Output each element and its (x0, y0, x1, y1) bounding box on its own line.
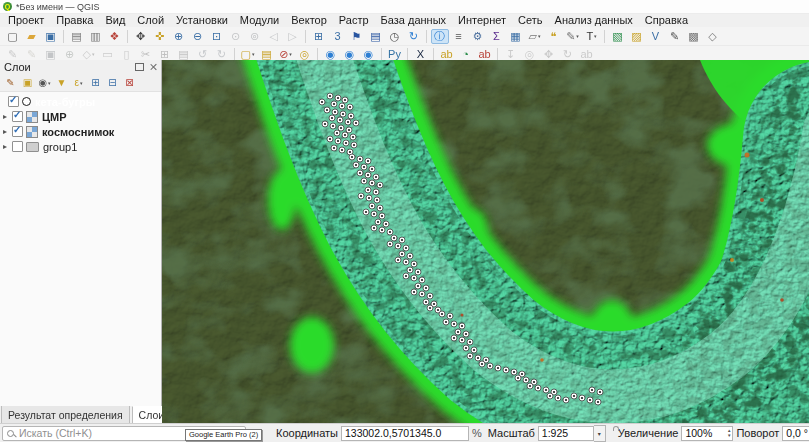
new-3d-map-view-icon: 3 (334, 29, 340, 44)
new-spatialite-layer-button[interactable]: ✎ (666, 29, 684, 44)
style-manager-button[interactable]: ❖ (106, 29, 124, 44)
new-spatial-bookmark-button[interactable]: ⚑ (348, 29, 366, 44)
menu-view[interactable]: Вид (99, 14, 131, 27)
sum-features-button[interactable]: Σ (488, 29, 506, 44)
add-group-icon: ▣ (23, 75, 32, 90)
rotation-input[interactable] (782, 426, 809, 441)
layer-keta-bugry-label: кета-бугры (35, 96, 95, 108)
temporal-controller-icon: ◷ (390, 29, 400, 44)
layer-cmr-expander[interactable]: ▸ (3, 109, 12, 124)
add-group-button[interactable]: ▣ (20, 76, 36, 90)
menu-layer[interactable]: Слой (131, 14, 170, 27)
filter-legend-button[interactable]: ▼ (54, 76, 70, 90)
menu-plugins[interactable]: Модули (234, 14, 285, 27)
save-project-button[interactable]: ▣ (42, 29, 60, 44)
vertex-tool-button-dropdown[interactable]: ▾ (92, 51, 95, 57)
measure-button[interactable]: ▱▾ (526, 29, 544, 44)
scale-dropdown-icon[interactable]: ▾ (594, 425, 606, 442)
map-tips-button[interactable]: ❝ (545, 29, 563, 44)
tab-identify-results[interactable]: Результат определения (1, 406, 130, 424)
layer-keta-bugry[interactable]: кета-бугры (0, 94, 161, 109)
text-annotation-button[interactable]: T▾ (583, 29, 601, 44)
menu-vector[interactable]: Вектор (285, 14, 333, 27)
new-print-layout-button[interactable]: ▤ (68, 29, 86, 44)
new-virtual-layer-icon: V (652, 29, 659, 44)
scale-combo[interactable]: ▾ (538, 425, 606, 442)
show-layout-manager-icon: ▥ (90, 29, 100, 44)
show-layout-manager-button[interactable]: ▥ (87, 29, 105, 44)
temporal-controller-button[interactable]: ◷ (386, 29, 404, 44)
menu-edit[interactable]: Правка (50, 14, 99, 27)
new-spatialite-layer-icon: ✎ (670, 29, 679, 44)
open-layer-styling-button[interactable]: ✎ (3, 76, 19, 90)
zoom-out-button[interactable]: ⊖ (189, 29, 207, 44)
zoom-in-button[interactable]: ⊕ (170, 29, 188, 44)
menu-project[interactable]: Проект (2, 14, 50, 27)
new-mesh-layer-button[interactable]: ▩ (685, 29, 703, 44)
pan-map-button[interactable]: ✥ (132, 29, 150, 44)
filter-by-expression-button[interactable]: ε▾ (71, 76, 87, 90)
magnifier-spinbox[interactable]: ▲▼ (681, 426, 733, 441)
deselect-features-button-dropdown[interactable]: ▾ (289, 51, 292, 57)
show-bookmarks-button[interactable]: ▤ (367, 29, 385, 44)
form-annotation-button[interactable]: ✎▾ (564, 29, 582, 44)
identify-features-icon: ⓘ (434, 29, 445, 44)
refresh-map-button[interactable]: ↻ (405, 29, 423, 44)
new-geopackage-layer-button[interactable]: ▧ (609, 29, 627, 44)
point-layer-icon (22, 97, 31, 106)
new-3d-map-view-button[interactable]: 3 (329, 29, 347, 44)
menu-mesh[interactable]: Сеть (512, 14, 548, 27)
map-canvas[interactable] (162, 60, 809, 424)
menu-raster[interactable]: Растр (333, 14, 375, 27)
menu-help[interactable]: Справка (639, 14, 694, 27)
remove-layer-button[interactable]: ⊠ (122, 76, 138, 90)
scale-input[interactable] (538, 426, 594, 441)
filter-legend-icon: ▼ (57, 75, 67, 90)
rotation-spinbox[interactable]: ▲▼ (782, 426, 809, 441)
new-project-button[interactable]: ▢ (4, 29, 22, 44)
layer-cmr-checkbox[interactable] (12, 111, 23, 122)
text-annotation-button-dropdown[interactable]: ▾ (594, 33, 597, 39)
pan-to-selection-button[interactable]: ✜ (151, 29, 169, 44)
attribute-table-button[interactable]: ▦ (507, 29, 525, 44)
layer-cmr[interactable]: ▸ЦМР (0, 109, 161, 124)
coordinates-input[interactable] (341, 426, 469, 441)
identify-features-button[interactable]: ⓘ (431, 29, 449, 44)
layer-kosmosnimok-expander[interactable]: ▸ (3, 124, 12, 139)
form-annotation-button-dropdown[interactable]: ▾ (576, 33, 579, 39)
layer-kosmosnimok[interactable]: ▸космоснимок (0, 124, 161, 139)
collapse-all-button[interactable]: ⊟ (105, 76, 121, 90)
panel-undock-button[interactable] (135, 63, 144, 71)
select-features-button-dropdown[interactable]: ▾ (252, 51, 255, 57)
new-virtual-layer-button[interactable]: V (647, 29, 665, 44)
layer-keta-bugry-checkbox[interactable] (8, 96, 19, 107)
menu-database[interactable]: База данных (375, 14, 453, 27)
magnifier-input[interactable] (681, 426, 733, 441)
new-map-view-button[interactable]: ⊞ (310, 29, 328, 44)
new-shapefile-layer-button[interactable]: ▨ (628, 29, 646, 44)
raster-layer-icon (26, 126, 38, 138)
statistical-summary-button[interactable]: ≡ (450, 29, 468, 44)
panel-close-button[interactable] (149, 63, 157, 71)
menu-settings[interactable]: Установки (170, 14, 234, 27)
menu-web[interactable]: Интернет (452, 14, 512, 27)
manage-map-themes-button-dropdown[interactable]: ▾ (48, 80, 51, 86)
extents-toggle-icon[interactable]: % (472, 427, 482, 439)
manage-map-themes-button[interactable]: ◉▾ (37, 76, 53, 90)
measure-button-dropdown[interactable]: ▾ (538, 33, 541, 39)
layer-group1-expander[interactable]: ▸ (3, 139, 12, 154)
magnifier-spin-arrows[interactable]: ▲▼ (727, 428, 731, 438)
layer-group1-checkbox[interactable] (12, 141, 23, 152)
processing-toolbox-button[interactable]: ⚙ (469, 29, 487, 44)
qgis-window: { "window": { "title": "*Без имени — QGI… (0, 0, 809, 442)
dock-tabs: Результат определенияСлои (0, 406, 161, 424)
expand-all-button[interactable]: ⊞ (88, 76, 104, 90)
filter-by-expression-button-dropdown[interactable]: ▾ (80, 80, 83, 86)
zoom-full-button[interactable]: ⊡ (208, 29, 226, 44)
measure-icon: ▱ (529, 29, 537, 44)
new-gpx-layer-button[interactable]: ◇ (704, 29, 722, 44)
layer-kosmosnimok-checkbox[interactable] (12, 126, 23, 137)
menu-processing[interactable]: Анализ данных (549, 14, 639, 27)
layer-group1[interactable]: ▸group1 (0, 139, 161, 154)
open-project-button[interactable]: ▰ (23, 29, 41, 44)
